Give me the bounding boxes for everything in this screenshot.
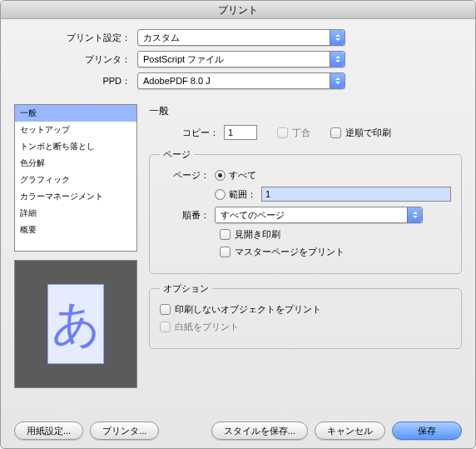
print-nonprinting-checkbox[interactable]: 印刷しないオブジェクトをプリント xyxy=(160,303,321,316)
cancel-button[interactable]: キャンセル xyxy=(315,422,385,440)
page-setup-button[interactable]: 用紙設定... xyxy=(14,422,83,440)
window-title: プリント xyxy=(1,1,475,19)
list-item-setup[interactable]: セットアップ xyxy=(15,122,136,138)
list-item-advanced[interactable]: 詳細 xyxy=(15,205,136,222)
pages-range-input[interactable] xyxy=(261,187,451,202)
list-item-color[interactable]: カラーマネージメント xyxy=(15,188,136,205)
ppd-label: PPD： xyxy=(14,75,137,87)
button-bar: 用紙設定... プリンタ... スタイルを保存... キャンセル 保存 xyxy=(14,412,462,440)
pages-all-label: すべて xyxy=(229,169,256,182)
pages-group: ページ ページ： すべて 範囲： 順番： xyxy=(149,148,462,274)
save-style-button[interactable]: スタイルを保存... xyxy=(211,422,308,440)
printer-select[interactable]: PostScript ファイル xyxy=(137,51,345,67)
content-area: プリント設定： カスタム プリンタ： PostScript ファイル PPD： … xyxy=(1,19,475,448)
checkbox-icon xyxy=(220,229,231,240)
order-label: 順番： xyxy=(160,209,215,222)
pages-range-radio[interactable] xyxy=(215,189,226,200)
copies-label: コピー： xyxy=(182,127,219,139)
copies-input[interactable] xyxy=(224,125,257,140)
checkbox-icon xyxy=(220,247,231,257)
list-item-general[interactable]: 一般 xyxy=(15,105,136,122)
master-pages-checkbox[interactable]: マスターページをプリント xyxy=(220,246,345,258)
reverse-order-checkbox[interactable]: 逆順で印刷 xyxy=(330,127,391,139)
options-group-title: オプション xyxy=(160,282,212,295)
chevron-updown-icon xyxy=(330,30,345,45)
general-heading: 一般 xyxy=(149,104,462,118)
collate-label: 丁合 xyxy=(292,127,310,139)
printer-label: プリンタ： xyxy=(14,53,137,66)
pages-group-title: ページ xyxy=(160,148,194,161)
checkbox-icon xyxy=(277,127,288,138)
collate-checkbox: 丁合 xyxy=(277,127,310,139)
page-preview: あ xyxy=(14,260,137,388)
left-column: 一般 セットアップ トンボと断ち落とし 色分解 グラフィック カラーマネージメン… xyxy=(14,104,137,412)
preview-glyph: あ xyxy=(52,292,101,357)
list-item-output[interactable]: 色分解 xyxy=(15,155,136,172)
list-item-graphics[interactable]: グラフィック xyxy=(15,172,136,188)
reverse-label: 逆順で印刷 xyxy=(345,127,391,139)
print-nonprinting-label: 印刷しないオブジェクトをプリント xyxy=(175,303,321,316)
list-item-summary[interactable]: 概要 xyxy=(15,222,136,238)
chevron-updown-icon xyxy=(407,207,422,222)
ppd-value: AdobePDF 8.0 J xyxy=(143,76,211,86)
printer-value: PostScript ファイル xyxy=(143,53,224,66)
list-item-marks[interactable]: トンボと断ち落とし xyxy=(15,138,136,155)
checkbox-icon xyxy=(160,304,171,315)
pages-all-radio[interactable] xyxy=(215,170,226,181)
print-blank-label: 白紙をプリント xyxy=(175,321,239,333)
right-column: 一般 コピー： 丁合 逆順で印刷 ページ xyxy=(149,104,462,412)
printer-button[interactable]: プリンタ... xyxy=(90,422,159,440)
ppd-select[interactable]: AdobePDF 8.0 J xyxy=(137,72,345,89)
preset-value: カスタム xyxy=(143,32,180,44)
spreads-label: 見開き印刷 xyxy=(235,228,280,241)
order-value: すべてのページ xyxy=(221,209,285,222)
pages-range-label: 範囲： xyxy=(229,188,256,201)
checkbox-icon xyxy=(330,127,341,138)
spreads-checkbox[interactable]: 見開き印刷 xyxy=(220,228,280,241)
panel-list[interactable]: 一般 セットアップ トンボと断ち落とし 色分解 グラフィック カラーマネージメン… xyxy=(14,104,137,252)
options-group: オプション 印刷しないオブジェクトをプリント 白紙をプリント xyxy=(149,282,462,349)
chevron-updown-icon xyxy=(330,73,345,88)
print-dialog: プリント プリント設定： カスタム プリンタ： PostScript ファイル … xyxy=(0,0,476,449)
chevron-updown-icon xyxy=(330,52,345,67)
save-button[interactable]: 保存 xyxy=(392,422,462,440)
preview-page: あ xyxy=(47,284,104,364)
checkbox-icon xyxy=(160,322,171,332)
top-selectors: プリント設定： カスタム プリンタ： PostScript ファイル PPD： … xyxy=(14,29,462,94)
order-select[interactable]: すべてのページ xyxy=(215,207,423,223)
preset-select[interactable]: カスタム xyxy=(137,29,345,46)
master-pages-label: マスターページをプリント xyxy=(235,246,345,258)
pages-label: ページ： xyxy=(160,169,215,182)
preset-label: プリント設定： xyxy=(14,32,137,44)
print-blank-checkbox: 白紙をプリント xyxy=(160,321,239,333)
